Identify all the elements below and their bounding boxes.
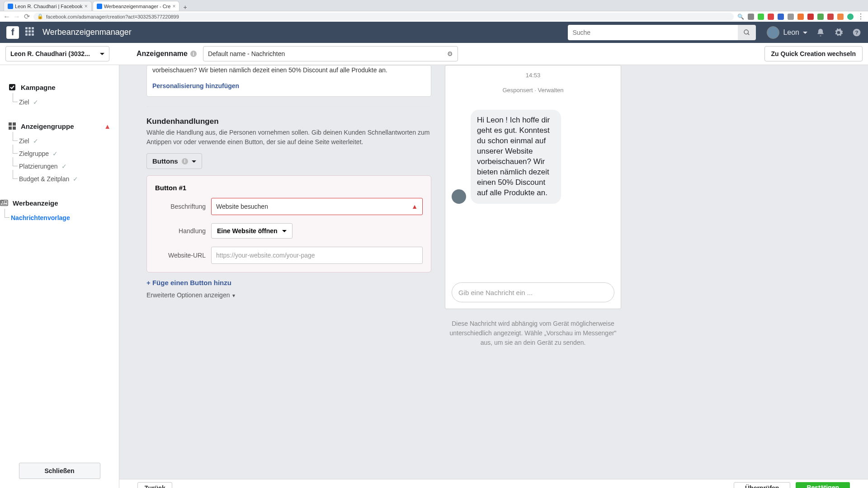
svg-line-1 [748,33,749,35]
close-button[interactable]: Schließen [19,463,100,479]
add-button-link[interactable]: + Füge einen Button hinzu [146,279,231,286]
favicon-icon [97,4,102,9]
switch-creation-button[interactable]: Zu Quick Creation wechseln [764,46,863,61]
extension-icon[interactable] [797,14,804,20]
menu-icon[interactable]: ⋮ [857,12,864,21]
button-card-title: Button #1 [155,184,423,192]
forward-icon: → [14,14,20,20]
sidebar-item-budget[interactable]: Budget & Zeitplan✓ [13,173,111,185]
avatar [767,26,779,39]
search-button[interactable] [738,25,756,40]
gear-icon[interactable]: ⚙ [447,50,453,57]
sidebar-item-ziel[interactable]: Ziel✓ [13,135,111,147]
svg-text:?: ? [855,29,858,35]
zoom-icon[interactable]: 🔍 [737,14,744,20]
app-title: Werbeanzeigenmanager [42,28,132,37]
sidebar: Kampagne Ziel✓ Anzeigengruppe ▲ Ziel✓ Zi… [0,65,119,488]
sidebar-item-ziel[interactable]: Ziel✓ [13,96,111,108]
url-input[interactable]: 🔒 facebook.com/adsmanager/creation?act=3… [33,13,734,21]
svg-rect-4 [9,84,15,90]
preview-time: 14:53 [452,72,614,79]
sidebar-ad[interactable]: Werbeanzeige [0,194,111,211]
close-icon[interactable]: × [85,3,88,9]
chevron-down-icon [803,28,807,37]
extension-icon[interactable] [748,14,754,20]
help-icon[interactable]: ? [852,28,862,38]
sidebar-item-platzierungen[interactable]: Platzierungen✓ [13,160,111,173]
notifications-icon[interactable] [816,28,826,38]
action-dropdown[interactable]: Eine Website öffnen [211,223,292,239]
url-text: facebook.com/adsmanager/creation?act=303… [46,14,179,19]
apps-grid-icon[interactable] [25,27,36,38]
ad-name-value: Default name - Nachrichten [208,50,285,57]
advanced-options-toggle[interactable]: Erweiterte Optionen anzeigen [146,291,431,299]
facebook-logo-icon[interactable]: f [6,26,19,39]
url-placeholder: https://your-website.com/your-page [216,252,315,259]
review-button[interactable]: Überprüfen [734,482,790,488]
back-button[interactable]: Zurück [137,482,172,488]
check-icon: ✓ [33,137,38,145]
tab-title: Leon R. Chaudhari | Facebook [15,4,83,9]
browser-tab[interactable]: Werbeanzeigenmanager - Cre× [93,1,180,11]
svg-point-0 [744,30,748,34]
new-tab-button[interactable]: + [180,4,189,11]
extension-icon[interactable] [758,14,764,20]
search-field[interactable] [572,29,733,36]
message-preview: 14:53 Gesponsert · Verwalten Hi Leon ! I… [445,65,621,309]
svg-rect-10 [1,201,4,203]
browser-chrome: Leon R. Chaudhari | Facebook× Werbeanzei… [0,0,868,22]
search-input[interactable] [568,25,738,40]
extension-icon[interactable] [847,14,854,20]
info-icon[interactable]: i [182,158,188,164]
lock-icon: 🔒 [37,14,43,19]
settings-icon[interactable] [834,28,844,38]
account-dropdown[interactable]: Leon R. Chaudhari (3032... [5,46,109,61]
extension-icon[interactable] [827,14,834,20]
info-icon[interactable]: i [190,51,197,57]
tab-title: Werbeanzeigenmanager - Cre [104,4,171,9]
label-action: Handlung [155,227,211,235]
reload-icon[interactable]: ⟳ [24,14,30,20]
chevron-down-icon [192,157,196,165]
greeting-textarea[interactable]: vorbeischauen? Wir bieten nämlich dezeit… [146,65,431,97]
extension-icon[interactable] [788,14,794,20]
buttons-dropdown[interactable]: Buttons i [146,153,202,169]
extension-icon[interactable] [778,14,784,20]
preview-note: Diese Nachricht wird abhängig vom Gerät … [445,319,621,347]
user-name: Leon [783,28,799,37]
personalize-link[interactable]: Personalisierung hinzufügen [152,81,425,91]
sidebar-item-nachrichtenvorlage[interactable]: Nachrichtenvorlage [5,211,111,224]
browser-tab[interactable]: Leon R. Chaudhari | Facebook× [4,1,92,11]
extension-icon[interactable] [768,14,774,20]
avatar [452,189,466,204]
extension-icons: 🔍 ⋮ [737,12,864,21]
chevron-down-icon [100,50,104,57]
message-bubble: Hi Leon ! Ich hoffe dir geht es gut. Kon… [471,110,561,204]
divider [146,107,431,107]
back-icon[interactable]: ← [4,14,10,20]
confirm-button[interactable]: Bestätigen [796,482,850,488]
input-placeholder: Gib eine Nachricht ein ... [458,289,533,296]
caption-input[interactable]: Website besuchen ▲ [211,198,423,215]
check-icon: ✓ [52,150,58,157]
chevron-down-icon [232,291,235,299]
close-icon[interactable]: × [172,3,175,9]
ad-name-label: Anzeigenname i [137,50,197,58]
url-input[interactable]: https://your-website.com/your-page [211,247,423,264]
user-menu[interactable]: Leon [767,26,807,39]
ad-name-input[interactable]: Default name - Nachrichten ⚙ [203,46,458,61]
sidebar-item-zielgruppe[interactable]: Zielgruppe✓ [13,147,111,160]
preview-message-input[interactable]: Gib eine Nachricht ein ... [452,282,614,302]
section-description: Wähle die Handlung aus, die Personen vor… [146,128,431,147]
label-caption: Beschriftung [155,203,211,210]
svg-rect-6 [13,122,16,126]
extension-icon[interactable] [817,14,824,20]
check-icon: ✓ [61,163,67,170]
extension-icon[interactable] [807,14,814,20]
check-icon: ✓ [73,175,78,183]
tab-strip: Leon R. Chaudhari | Facebook× Werbeanzei… [0,0,868,11]
chevron-down-icon [282,227,287,235]
extension-icon[interactable] [837,14,844,20]
sidebar-campaign[interactable]: Kampagne [8,79,111,96]
sidebar-adset[interactable]: Anzeigengruppe ▲ [8,117,111,135]
